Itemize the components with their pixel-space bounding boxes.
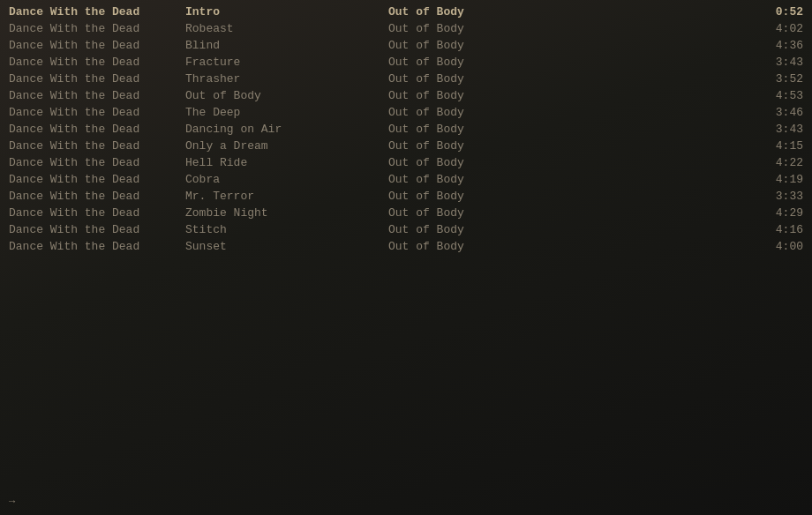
table-row[interactable]: Dance With the DeadDancing on AirOut of … — [0, 121, 812, 138]
track-title: Stitch — [185, 223, 388, 236]
track-artist: Dance With the Dead — [9, 89, 185, 102]
track-album: Out of Body — [388, 156, 750, 169]
table-header: Dance With the Dead Intro Out of Body 0:… — [0, 4, 812, 20]
table-row[interactable]: Dance With the DeadZombie NightOut of Bo… — [0, 205, 812, 221]
track-artist: Dance With the Dead — [9, 39, 185, 52]
track-duration: 4:29 — [750, 206, 803, 220]
arrow-indicator: → — [9, 496, 15, 508]
track-artist: Dance With the Dead — [9, 240, 185, 253]
track-title: Cobra — [185, 173, 388, 186]
track-artist: Dance With the Dead — [9, 123, 185, 136]
track-album: Out of Body — [388, 139, 750, 153]
table-row[interactable]: Dance With the DeadMr. TerrorOut of Body… — [0, 188, 812, 205]
track-artist: Dance With the Dead — [9, 223, 185, 236]
table-row[interactable]: Dance With the DeadCobraOut of Body4:19 — [0, 171, 812, 188]
track-album: Out of Body — [388, 56, 750, 69]
track-title: Out of Body — [185, 89, 388, 102]
track-artist: Dance With the Dead — [9, 22, 185, 35]
track-title: Only a Dream — [185, 139, 388, 153]
track-artist: Dance With the Dead — [9, 156, 185, 169]
track-title: Zombie Night — [185, 206, 388, 220]
track-duration: 3:46 — [750, 106, 803, 119]
track-title: Hell Ride — [185, 156, 388, 169]
track-duration: 4:15 — [750, 139, 803, 153]
table-row[interactable]: Dance With the DeadRobeastOut of Body4:0… — [0, 20, 812, 37]
table-row[interactable]: Dance With the DeadSunsetOut of Body4:00 — [0, 238, 812, 255]
table-row[interactable]: Dance With the DeadStitchOut of Body4:16 — [0, 221, 812, 238]
track-album: Out of Body — [388, 106, 750, 119]
track-duration: 3:52 — [750, 72, 803, 86]
track-duration: 4:02 — [750, 22, 803, 35]
track-title: Dancing on Air — [185, 123, 388, 136]
track-title: Fracture — [185, 56, 388, 69]
track-album: Out of Body — [388, 190, 750, 203]
table-row[interactable]: Dance With the DeadThrasherOut of Body3:… — [0, 71, 812, 87]
header-title: Intro — [185, 5, 388, 19]
track-title: Sunset — [185, 240, 388, 253]
table-row[interactable]: Dance With the DeadOnly a DreamOut of Bo… — [0, 138, 812, 154]
track-list: Dance With the Dead Intro Out of Body 0:… — [0, 0, 812, 258]
table-row[interactable]: Dance With the DeadThe DeepOut of Body3:… — [0, 104, 812, 121]
track-artist: Dance With the Dead — [9, 56, 185, 69]
table-row[interactable]: Dance With the DeadHell RideOut of Body4… — [0, 154, 812, 171]
track-duration: 4:53 — [750, 89, 803, 102]
track-duration: 4:00 — [750, 240, 803, 253]
track-duration: 4:22 — [750, 156, 803, 169]
track-artist: Dance With the Dead — [9, 206, 185, 220]
track-album: Out of Body — [388, 72, 750, 86]
track-duration: 3:43 — [750, 123, 803, 136]
header-duration: 0:52 — [750, 5, 803, 19]
track-album: Out of Body — [388, 206, 750, 220]
track-album: Out of Body — [388, 240, 750, 253]
track-album: Out of Body — [388, 123, 750, 136]
header-artist: Dance With the Dead — [9, 5, 185, 19]
track-duration: 4:19 — [750, 173, 803, 186]
track-artist: Dance With the Dead — [9, 72, 185, 86]
track-title: Mr. Terror — [185, 190, 388, 203]
track-album: Out of Body — [388, 89, 750, 102]
table-row[interactable]: Dance With the DeadOut of BodyOut of Bod… — [0, 87, 812, 104]
track-album: Out of Body — [388, 39, 750, 52]
table-row[interactable]: Dance With the DeadFractureOut of Body3:… — [0, 54, 812, 71]
track-duration: 3:43 — [750, 56, 803, 69]
track-title: Blind — [185, 39, 388, 52]
track-duration: 4:16 — [750, 223, 803, 236]
track-artist: Dance With the Dead — [9, 139, 185, 153]
track-title: The Deep — [185, 106, 388, 119]
track-artist: Dance With the Dead — [9, 106, 185, 119]
track-album: Out of Body — [388, 22, 750, 35]
track-artist: Dance With the Dead — [9, 173, 185, 186]
track-title: Robeast — [185, 22, 388, 35]
track-album: Out of Body — [388, 223, 750, 236]
track-duration: 3:33 — [750, 190, 803, 203]
track-duration: 4:36 — [750, 39, 803, 52]
table-row[interactable]: Dance With the DeadBlindOut of Body4:36 — [0, 37, 812, 54]
track-album: Out of Body — [388, 173, 750, 186]
track-title: Thrasher — [185, 72, 388, 86]
header-album: Out of Body — [388, 5, 750, 19]
track-artist: Dance With the Dead — [9, 190, 185, 203]
